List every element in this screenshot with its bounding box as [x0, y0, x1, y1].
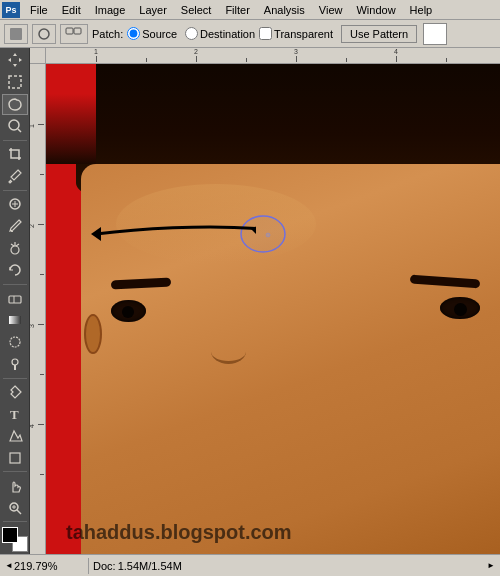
menu-window[interactable]: Window [350, 2, 401, 18]
menubar: Ps File Edit Image Layer Select Filter A… [0, 0, 500, 20]
menu-select[interactable]: Select [175, 2, 218, 18]
svg-text:T: T [10, 407, 19, 422]
zoom-value: 219.79% [14, 560, 57, 572]
svg-rect-9 [9, 296, 21, 303]
gradient-tool[interactable] [2, 310, 28, 331]
svg-rect-2 [66, 28, 73, 34]
destination-radio[interactable] [185, 27, 198, 40]
patch-icon-btn[interactable] [60, 24, 88, 44]
svg-point-12 [10, 337, 20, 347]
tool-preset-btn[interactable] [4, 24, 28, 44]
status-bar: ◄ 219.79% Doc: 1.54M/1.54M ► [0, 554, 500, 576]
zoom-display: 219.79% [14, 560, 84, 572]
pen-tool[interactable] [2, 381, 28, 402]
zoom-tool[interactable] [2, 497, 28, 518]
svg-point-5 [9, 120, 19, 130]
path-select-tool[interactable] [2, 425, 28, 446]
crop-tool[interactable] [2, 144, 28, 165]
svg-point-13 [12, 359, 18, 365]
eyedropper-tool[interactable] [2, 166, 28, 187]
scroll-right-btn[interactable]: ► [486, 561, 496, 571]
menu-file[interactable]: File [24, 2, 54, 18]
nose [211, 339, 246, 364]
source-radio-label[interactable]: Source [127, 27, 177, 40]
svg-rect-3 [74, 28, 81, 34]
foreground-color[interactable] [2, 527, 18, 543]
svg-marker-24 [91, 227, 101, 241]
options-bar: Patch: Source Destination Transparent Us… [0, 20, 500, 48]
hand-tool[interactable] [2, 475, 28, 496]
menu-analysis[interactable]: Analysis [258, 2, 311, 18]
marquee-tool[interactable] [2, 72, 28, 93]
menu-image[interactable]: Image [89, 2, 132, 18]
brush-tool[interactable] [2, 216, 28, 237]
lasso-tool[interactable] [2, 94, 28, 115]
doc-size-value: 1.54M/1.54M [118, 560, 182, 572]
svg-point-22 [266, 233, 270, 237]
svg-rect-16 [10, 453, 20, 463]
destination-radio-label[interactable]: Destination [185, 27, 255, 40]
transparent-checkbox-group[interactable]: Transparent [259, 27, 333, 40]
left-toolbar: T [0, 48, 30, 554]
patch-radio-group: Source Destination [127, 27, 255, 40]
dodge-tool[interactable] [2, 354, 28, 375]
canvas-area: 1 2 3 4 1 2 3 4 [30, 48, 500, 554]
top-ruler: 1 2 3 4 [46, 48, 500, 64]
use-pattern-button[interactable]: Use Pattern [341, 25, 417, 43]
photo-canvas: tahaddus.blogspot.com [46, 64, 500, 554]
spot-heal-tool[interactable] [2, 194, 28, 215]
ear-left [84, 314, 102, 354]
svg-rect-4 [9, 76, 21, 88]
svg-line-18 [17, 510, 21, 514]
transparent-checkbox[interactable] [259, 27, 272, 40]
watermark: tahaddus.blogspot.com [66, 521, 500, 544]
svg-rect-11 [9, 316, 21, 324]
svg-line-6 [18, 129, 21, 132]
left-ruler: 1 2 3 4 [30, 64, 46, 554]
menu-help[interactable]: Help [404, 2, 439, 18]
history-brush-tool[interactable] [2, 260, 28, 281]
shape-tool[interactable] [2, 447, 28, 468]
clone-stamp-tool[interactable] [2, 238, 28, 259]
face-photo: tahaddus.blogspot.com [46, 64, 500, 554]
blur-tool[interactable] [2, 332, 28, 353]
text-tool[interactable]: T [2, 403, 28, 424]
menu-view[interactable]: View [313, 2, 349, 18]
pattern-preview [423, 23, 447, 45]
svg-point-8 [11, 246, 19, 254]
color-selector[interactable] [2, 527, 28, 552]
doc-size-label: Doc: [93, 560, 116, 572]
brush-size-btn[interactable] [32, 24, 56, 44]
svg-point-1 [39, 29, 49, 39]
eraser-tool[interactable] [2, 288, 28, 309]
svg-rect-0 [10, 28, 22, 40]
status-divider [88, 558, 89, 574]
menu-filter[interactable]: Filter [219, 2, 255, 18]
pupil-left [122, 306, 134, 318]
scroll-left-btn[interactable]: ◄ [4, 561, 14, 571]
ruler-corner [30, 48, 46, 64]
svg-marker-23 [251, 224, 256, 234]
menu-layer[interactable]: Layer [133, 2, 173, 18]
patch-label: Patch: [92, 28, 123, 40]
menu-edit[interactable]: Edit [56, 2, 87, 18]
quick-select-tool[interactable] [2, 116, 28, 137]
doc-size-display: Doc: 1.54M/1.54M [93, 560, 486, 572]
move-tool[interactable] [2, 50, 28, 71]
main-area: T 1 [0, 48, 500, 554]
source-radio[interactable] [127, 27, 140, 40]
pupil-right [454, 303, 467, 316]
ps-logo: Ps [2, 2, 20, 18]
hair-side [46, 64, 96, 164]
arrow-annotation [76, 204, 256, 254]
